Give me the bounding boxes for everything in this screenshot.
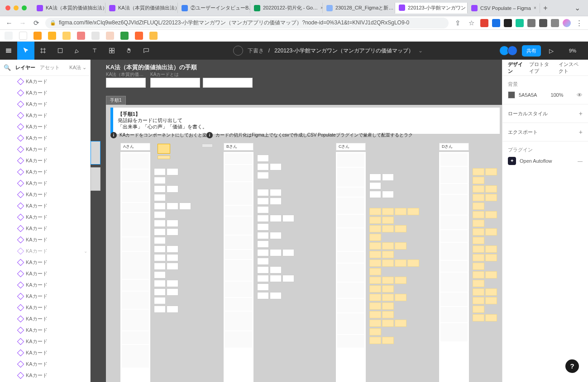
present-button[interactable]: ▷	[545, 47, 557, 54]
inspect-tab[interactable]: インスペクト	[559, 61, 583, 75]
comment-tool[interactable]	[138, 42, 155, 60]
canvas[interactable]: KA法（本質的価値抽出法）の手順 KA法（本質的価… KAカードとは 手順1 【…	[91, 60, 502, 382]
extension-icon[interactable]	[492, 19, 500, 27]
selected-card[interactable]	[158, 144, 170, 154]
star-icon[interactable]: ☆	[467, 19, 476, 27]
layers-tab[interactable]: レイヤー	[15, 64, 35, 71]
frame-thumb[interactable]	[150, 78, 200, 88]
layer-item[interactable]: KAカード	[0, 132, 90, 144]
frame-subtitle[interactable]: KA法（本質的価…	[106, 71, 143, 78]
layer-item[interactable]: KAカード	[0, 110, 90, 121]
layer-item[interactable]: KAカード	[0, 223, 90, 234]
puzzle-icon[interactable]	[539, 19, 547, 27]
layer-item[interactable]: KAカード	[0, 200, 90, 212]
browser-tab[interactable]: ②ユーザーインタビューB…×	[178, 3, 250, 13]
color-hex[interactable]: 5A5A5A	[519, 92, 537, 98]
assets-tab[interactable]: アセット	[40, 64, 60, 71]
ka-card[interactable]	[158, 156, 170, 159]
layer-item[interactable]: KAカード	[0, 291, 90, 302]
minus-icon[interactable]: —	[578, 158, 583, 164]
bookmark-icon[interactable]	[33, 32, 42, 40]
design-tab[interactable]: デザイン	[508, 61, 524, 75]
step-label[interactable]: 手順1	[106, 96, 126, 105]
bookmark-icon[interactable]	[135, 32, 143, 40]
back-button[interactable]: ←	[5, 19, 14, 27]
layer-item[interactable]: KAカード	[0, 166, 90, 178]
close-window-icon[interactable]	[5, 5, 10, 10]
layer-item[interactable]: KAカード⌄	[0, 245, 90, 257]
column-header[interactable]: Bさん	[224, 143, 253, 151]
hand-tool[interactable]	[120, 42, 138, 60]
browser-tab[interactable]: KA法（本質的価値抽出法）×	[33, 3, 105, 13]
layer-item[interactable]: KAカード	[0, 234, 90, 245]
avatar[interactable]	[507, 46, 517, 56]
extension-icon[interactable]	[504, 19, 512, 27]
extension-icon[interactable]	[516, 19, 524, 27]
text-column[interactable]	[224, 152, 253, 382]
bookmark-icon[interactable]	[106, 32, 114, 40]
profile-avatar[interactable]	[563, 19, 571, 27]
search-icon[interactable]: 🔍	[4, 64, 11, 71]
frame-title[interactable]: KA法（本質的価値抽出法）の手順	[106, 63, 197, 71]
tab-overflow-button[interactable]: ⌄	[572, 4, 583, 12]
layer-item[interactable]: KAカード	[0, 155, 90, 166]
doc-title[interactable]: 220123-小学館マンガワン（マンガアプリの価値マップ）	[274, 47, 414, 55]
plugin-row[interactable]: ✦ Open Autoflow —	[508, 157, 583, 165]
share-icon[interactable]: ⇪	[453, 19, 462, 27]
bookmark-icon[interactable]	[120, 32, 129, 40]
chevron-down-icon[interactable]: ⌄	[418, 47, 423, 54]
layer-item[interactable]: KAカード	[0, 189, 90, 200]
browser-tab-active[interactable]: 220123-小学館マンガワン×	[395, 3, 468, 14]
help-button[interactable]: ?	[565, 359, 579, 373]
resources-tool[interactable]	[103, 42, 120, 60]
bookmark-icon[interactable]	[48, 32, 56, 40]
extensions-menu-icon[interactable]	[551, 19, 559, 27]
move-tool[interactable]	[17, 42, 34, 60]
layer-item[interactable]: KAカード	[0, 313, 90, 325]
figma-menu-button[interactable]	[0, 42, 17, 60]
plus-icon[interactable]: +	[579, 110, 583, 117]
layer-item[interactable]: KAカード	[0, 87, 90, 99]
share-button[interactable]: 共有	[522, 45, 541, 57]
plus-icon[interactable]: +	[579, 128, 583, 136]
column-header[interactable]: Aさん	[120, 143, 150, 151]
layer-item[interactable]: KAカード	[0, 257, 90, 268]
user-avatar-icon[interactable]	[233, 46, 243, 56]
new-tab-button[interactable]: +	[540, 4, 551, 12]
layer-item[interactable]: KAカード	[0, 144, 90, 155]
card-column[interactable]	[473, 168, 502, 321]
bookmark-icon[interactable]	[19, 32, 27, 40]
maximize-window-icon[interactable]	[22, 5, 27, 10]
card-column[interactable]	[257, 155, 302, 299]
frame-thumb[interactable]	[106, 78, 146, 88]
browser-tab[interactable]: KA法（本質的価値抽出法）×	[105, 3, 178, 13]
note-block[interactable]: 【手順1】 発話録をカードに切り出して 「出来事」「心の声」「価値」を書く。	[110, 108, 500, 134]
text-tool[interactable]	[86, 42, 103, 60]
layer-item[interactable]: KAカード	[0, 347, 90, 358]
ka-card[interactable]	[202, 144, 213, 147]
text-column[interactable]	[439, 152, 469, 382]
text-column[interactable]	[120, 152, 150, 382]
browser-tab[interactable]: 230128_CR_Figmaと新…×	[323, 3, 395, 13]
kebab-menu-icon[interactable]: ⋮	[574, 19, 583, 27]
extension-icon[interactable]	[527, 19, 535, 27]
card-column[interactable]	[369, 174, 424, 344]
bookmark-icon[interactable]	[77, 32, 85, 40]
forward-button[interactable]: →	[18, 19, 27, 27]
collaborator-avatars[interactable]	[501, 46, 517, 56]
layer-item[interactable]: KAカード	[0, 178, 90, 189]
layer-item[interactable]: KAカード	[0, 121, 90, 132]
layer-item[interactable]: KAカード	[0, 212, 90, 223]
page-selector[interactable]: KA法⌄	[69, 64, 86, 71]
layer-item[interactable]: KAカード	[0, 76, 90, 87]
address-bar[interactable]: 🔒 figma.com/file/xCIq9w8ez6QJVIdZtFLUQL/…	[45, 18, 449, 28]
extension-icon[interactable]	[480, 19, 488, 27]
bookmark-icon[interactable]	[62, 32, 71, 40]
bookmark-icon[interactable]	[91, 32, 100, 40]
column-header[interactable]: Cさん	[336, 143, 366, 151]
layer-item[interactable]: KAカード	[0, 302, 90, 313]
layer-item[interactable]: KAカード	[0, 370, 90, 381]
browser-tab[interactable]: CSV Populate – Figma×	[468, 3, 540, 13]
layer-item[interactable]: KAカード	[0, 99, 90, 110]
browser-tab[interactable]: 20220122-切片化 - Go…×	[250, 3, 323, 13]
